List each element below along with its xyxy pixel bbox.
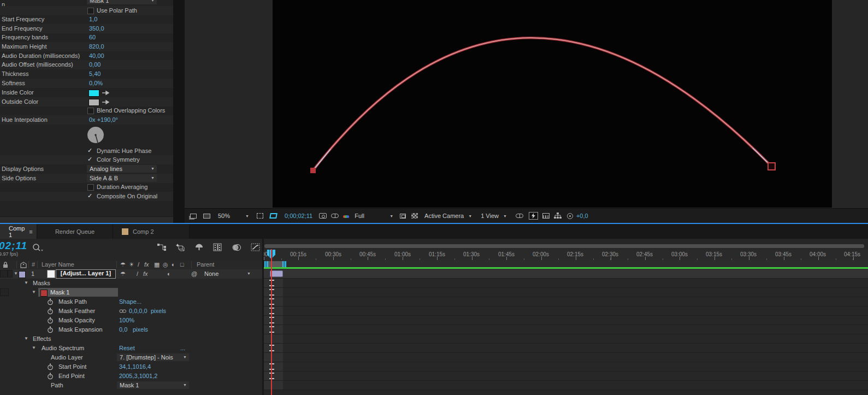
stopwatch-icon[interactable] bbox=[47, 317, 54, 324]
mask-color-swatch[interactable] bbox=[40, 290, 48, 298]
resolution-value[interactable]: Full bbox=[355, 213, 375, 219]
mask-expansion-value[interactable]: 0,0 bbox=[119, 326, 127, 333]
audio-toggle[interactable] bbox=[8, 270, 13, 278]
target-region-icon[interactable] bbox=[400, 214, 406, 219]
layer-fx-switch[interactable]: fx bbox=[143, 270, 148, 277]
snapshot-icon[interactable] bbox=[319, 213, 327, 219]
search-icon[interactable] bbox=[32, 243, 45, 253]
exposure-value[interactable]: +0,0 bbox=[576, 213, 588, 219]
mask-select-dropdown[interactable]: Mask 1 ▼ bbox=[87, 0, 157, 4]
region-of-interest-icon[interactable] bbox=[269, 213, 277, 219]
primary-viewer-icon[interactable] bbox=[203, 214, 210, 219]
layer-name[interactable]: [Adjust... Layer 1] bbox=[56, 269, 116, 279]
display-options-dropdown[interactable]: Analog lines ▼ bbox=[87, 165, 157, 173]
layer-track-row[interactable] bbox=[264, 269, 868, 279]
hue-interpolation-value[interactable]: 0x +190,0° bbox=[89, 116, 118, 123]
path-dropdown[interactable]: Mask 1 ▼ bbox=[117, 381, 189, 389]
mask1-row[interactable]: ▼ Mask 1 bbox=[0, 288, 262, 297]
stopwatch-icon[interactable] bbox=[47, 298, 54, 305]
view-layout-value[interactable]: 1 View bbox=[481, 213, 499, 219]
panel-menu-icon[interactable]: ≡ bbox=[29, 228, 32, 235]
parent-select-value[interactable]: None bbox=[204, 270, 219, 277]
effect-reset-link[interactable]: Reset bbox=[119, 345, 135, 351]
layer-row[interactable]: ▼ 1 [Adjust... Layer 1] ☂ / fx ◐ @ None … bbox=[0, 269, 262, 279]
viewer-timecode[interactable]: 0;00;02;11 bbox=[285, 213, 312, 219]
video-toggle[interactable] bbox=[0, 270, 8, 278]
check-icon[interactable]: ✓ bbox=[87, 192, 92, 199]
start-frequency-value[interactable]: 1,0 bbox=[89, 16, 97, 22]
timeline-button-icon[interactable] bbox=[542, 213, 550, 219]
mask-visibility-toggle[interactable] bbox=[0, 288, 9, 296]
eyedropper-icon[interactable] bbox=[102, 99, 109, 105]
audio-offset-value[interactable]: 0,00 bbox=[89, 61, 101, 68]
show-channel-icon[interactable] bbox=[343, 213, 349, 219]
magnification-dropdown-arrow[interactable]: ▼ bbox=[245, 214, 249, 218]
path-row[interactable]: Path Mask 1 ▼ bbox=[0, 381, 262, 390]
grid-guides-icon[interactable] bbox=[257, 213, 263, 219]
view-layout-dropdown-arrow[interactable]: ▼ bbox=[503, 214, 507, 218]
show-snapshot-icon[interactable] bbox=[331, 214, 339, 218]
audio-layer-row[interactable]: Audio Layer 7. [Drumstep] - Nois ▼ bbox=[0, 353, 262, 362]
parent-dropdown-arrow[interactable]: ▼ bbox=[247, 272, 251, 275]
side-options-dropdown[interactable]: Side A & B ▼ bbox=[87, 174, 157, 182]
check-icon[interactable]: ✓ bbox=[87, 156, 92, 163]
audio-layer-dropdown[interactable]: 7. [Drumstep] - Nois ▼ bbox=[117, 353, 189, 361]
layer-shy-switch[interactable]: ☂ bbox=[120, 270, 126, 278]
thickness-value[interactable]: 5,40 bbox=[89, 70, 101, 77]
exposure-icon[interactable] bbox=[567, 213, 573, 219]
end-frequency-value[interactable]: 350,0 bbox=[89, 25, 104, 32]
stopwatch-icon[interactable] bbox=[47, 363, 54, 370]
twirl-icon[interactable]: ▼ bbox=[24, 280, 28, 285]
layer-quality-switch[interactable]: / bbox=[137, 270, 138, 277]
current-time-indicator-line[interactable] bbox=[271, 249, 272, 395]
mask-path-row[interactable]: Mask Path Shape... bbox=[0, 297, 262, 306]
stopwatch-icon[interactable] bbox=[47, 326, 54, 333]
layer-label-swatch[interactable] bbox=[19, 271, 26, 278]
start-point-value[interactable]: 34,1,1016,4 bbox=[119, 363, 151, 370]
use-polar-path-checkbox[interactable] bbox=[87, 8, 94, 14]
draft-3d-icon[interactable] bbox=[176, 243, 185, 251]
link-dimensions-icon[interactable] bbox=[119, 309, 127, 314]
motion-blur-icon[interactable] bbox=[232, 243, 241, 251]
blend-overlapping-checkbox[interactable] bbox=[87, 108, 94, 114]
view-camera-value[interactable]: Active Camera bbox=[424, 213, 464, 219]
check-icon[interactable]: ✓ bbox=[87, 147, 92, 154]
mask-expansion-units[interactable]: pixels bbox=[133, 326, 148, 333]
mask-path-value[interactable]: Shape... bbox=[119, 298, 141, 305]
end-point-row[interactable]: End Point 2005,3,1001,2 bbox=[0, 372, 262, 381]
mask-feather-value[interactable]: 0,0,0,0 bbox=[129, 308, 147, 314]
stopwatch-icon[interactable] bbox=[47, 373, 54, 380]
twirl-icon[interactable]: ▼ bbox=[24, 336, 28, 341]
share-view-icon[interactable] bbox=[516, 214, 523, 218]
start-point-row[interactable]: Start Point 34,1,1016,4 bbox=[0, 362, 262, 372]
masks-group-row[interactable]: ▼ Masks bbox=[0, 279, 262, 288]
mask-vertex-start[interactable] bbox=[310, 168, 316, 173]
softness-value[interactable]: 0,0% bbox=[89, 80, 103, 86]
graph-editor-icon[interactable] bbox=[251, 243, 260, 251]
mask-feather-units[interactable]: pixels bbox=[151, 308, 166, 314]
mask-feather-row[interactable]: Mask Feather 0,0,0,0 pixels bbox=[0, 306, 262, 316]
tab-comp-2[interactable]: Comp 2 bbox=[113, 224, 190, 239]
layer-twirl-icon[interactable]: ▼ bbox=[14, 271, 18, 276]
composition-canvas[interactable] bbox=[273, 0, 832, 208]
tab-render-queue[interactable]: Render Queue bbox=[37, 224, 113, 239]
audio-spectrum-row[interactable]: ▼ Audio Spectrum Reset ... bbox=[0, 344, 262, 353]
maximum-height-value[interactable]: 820,0 bbox=[89, 43, 104, 50]
eyedropper-icon[interactable] bbox=[102, 90, 109, 96]
end-point-value[interactable]: 2005,3,1001,2 bbox=[119, 373, 157, 379]
mask-opacity-row[interactable]: Mask Opacity 100% bbox=[0, 316, 262, 325]
layer-adjustment-switch[interactable]: ◐ bbox=[167, 270, 171, 277]
mask-opacity-value[interactable]: 100% bbox=[119, 317, 134, 323]
parent-pickwhip-icon[interactable]: @ bbox=[191, 270, 197, 277]
stopwatch-icon[interactable] bbox=[47, 308, 54, 315]
outside-color-swatch[interactable] bbox=[88, 99, 99, 106]
twirl-icon[interactable]: ▼ bbox=[32, 290, 36, 294]
resolution-dropdown-arrow[interactable]: ▼ bbox=[389, 214, 393, 218]
effects-group-row[interactable]: ▼ Effects bbox=[0, 334, 262, 344]
fast-previews-icon[interactable] bbox=[529, 212, 538, 220]
audio-duration-value[interactable]: 40,00 bbox=[89, 52, 104, 59]
mask-expansion-row[interactable]: Mask Expansion 0,0 pixels bbox=[0, 325, 262, 334]
frequency-bands-value[interactable]: 60 bbox=[89, 34, 96, 40]
duration-averaging-checkbox[interactable] bbox=[87, 184, 94, 191]
camera-dropdown-arrow[interactable]: ▼ bbox=[468, 214, 472, 218]
